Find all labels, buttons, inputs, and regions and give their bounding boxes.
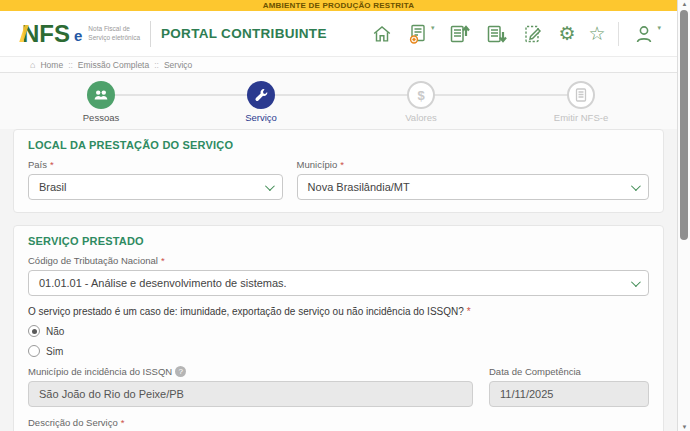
breadcrumb-home-icon: ⌂ [30,60,35,70]
radio-option-nao[interactable]: Não [28,325,649,337]
nfse-logo-e: e [74,25,82,46]
field-codigo-tributacao: Código de Tributação Nacional* 01.01.01 … [28,255,649,296]
field-municipio: Município* Nova Brasilândia/MT [297,159,649,200]
people-icon [91,85,111,105]
required-asterisk: * [467,306,471,317]
nfse-logo: NFS e Nota Fiscal de Serviço eletrônica [22,22,140,46]
breadcrumb-separator: :: [154,60,159,70]
chevron-down-icon [631,181,641,191]
notas-recebidas-icon[interactable] [484,22,508,46]
vertical-scrollbar[interactable]: ▲ ▼ [677,0,690,431]
step-valores-label: Valores [361,112,481,123]
field-descricao: Descrição do Serviço* [28,417,649,431]
section-title: SERVIÇO PRESTADO [28,235,649,247]
step-servico[interactable] [247,81,275,109]
breadcrumb-emissao-completa[interactable]: Emissão Completa [78,60,149,70]
breadcrumb-home[interactable]: Home [40,60,63,70]
step-servico-label: Serviço [201,112,321,123]
radio-icon[interactable] [28,325,40,337]
environment-banner: AMBIENTE DE PRODUÇÃO RESTRITA [0,0,677,11]
pais-select[interactable]: Brasil [28,174,283,200]
breadcrumb: ⌂ Home :: Emissão Completa :: Serviço [0,57,677,73]
field-pais: País* Brasil [28,159,283,200]
nfse-logo-tagline: Nota Fiscal de Serviço eletrônica [88,25,140,41]
section-local-prestacao: LOCAL DA PRESTAÇÃO DO SERVIÇO País* Bras… [13,129,664,213]
logo-divider [150,21,151,47]
chevron-down-icon [265,181,275,191]
nfse-logo-text: NFS [22,22,70,46]
radio-option-sim[interactable]: Sim [28,345,649,357]
step-pessoas[interactable] [87,81,115,109]
app-header: NFS e Nota Fiscal de Serviço eletrônica … [0,11,677,57]
step-pessoas-label: Pessoas [41,112,161,123]
favorites-icon[interactable]: ☆ [588,23,605,45]
wizard-stepper: Pessoas Serviço $ Valores Emitir NFS-e [0,73,677,129]
field-municipio-incidencia: Município de incidência do ISSQN ? [28,366,473,407]
required-asterisk: * [161,255,165,266]
stepper-line [101,94,581,96]
step-valores[interactable]: $ [407,81,435,109]
scroll-down-icon[interactable]: ▼ [678,424,690,430]
settings-icon[interactable]: ⚙ [558,23,575,45]
nfse-portal-window: AMBIENTE DE PRODUÇÃO RESTRITA NFS e Nota… [0,0,690,431]
dropdown-caret-icon: ▾ [657,24,661,32]
scroll-up-icon[interactable]: ▲ [678,1,690,7]
required-asterisk: * [50,159,54,170]
portal-title: PORTAL CONTRIBUINTE [161,26,327,41]
data-competencia-input [489,381,649,407]
notas-emitidas-icon[interactable] [447,22,471,46]
required-asterisk: * [340,159,344,170]
issqn-question: O serviço prestado é um caso de: imunida… [28,306,649,317]
dollar-icon: $ [417,88,424,103]
radio-icon[interactable] [28,345,40,357]
municipio-select[interactable]: Nova Brasilândia/MT [297,174,649,200]
scrollbar-thumb[interactable] [680,10,688,240]
codigo-tributacao-select[interactable]: 01.01.01 - Análise e desenvolvimento de … [28,270,649,296]
wrench-icon [252,86,270,104]
user-icon[interactable]: ▾ [632,22,661,46]
new-nfse-icon[interactable]: ▾ [406,22,435,46]
home-icon[interactable] [371,23,393,45]
field-data-competencia: Data de Competência [489,366,649,407]
step-emitir-label: Emitir NFS-e [521,112,641,123]
header-toolbar: ▾ [371,22,661,46]
breadcrumb-servico[interactable]: Serviço [164,60,192,70]
section-title: LOCAL DA PRESTAÇÃO DO SERVIÇO [28,139,649,151]
dropdown-caret-icon: ▾ [431,24,435,32]
chevron-down-icon [631,277,641,287]
help-icon[interactable]: ? [175,366,186,377]
breadcrumb-separator: :: [68,60,73,70]
main-column: AMBIENTE DE PRODUÇÃO RESTRITA NFS e Nota… [0,0,677,431]
required-asterisk: * [121,417,125,428]
toolbar-divider [618,22,619,46]
section-servico-prestado: SERVIÇO PRESTADO Código de Tributação Na… [13,225,664,431]
rascunhos-icon[interactable] [521,22,545,46]
municipio-incidencia-input [28,381,473,407]
document-icon [573,87,589,103]
step-emitir-nfse[interactable] [567,81,595,109]
